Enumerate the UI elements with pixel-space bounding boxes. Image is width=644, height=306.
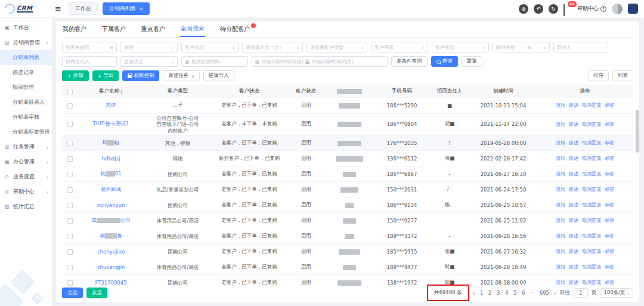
sidebar-item-business-settings[interactable]: ⊙业务设置∨ [0,169,52,184]
date-range-input-start-date-range[interactable]: ▦开始日期时间(开始)至开始日期时间(结束) [252,56,388,67]
row-checkbox[interactable] [67,234,73,239]
new-task-button[interactable]: 新建任务 ∨ [163,70,199,81]
row-action-tag[interactable]: 标签 [605,233,614,239]
refresh-icon[interactable]: ↻ [549,4,558,14]
row-action-follow-up[interactable]: 跟进 [569,218,578,223]
customer-name-link[interactable]: 杰伊 [106,102,116,108]
row-action-unpin[interactable]: 取消置顶 [582,280,601,285]
filter-select-advisor-tag[interactable]: 顾问标签⊕∨ [493,42,550,52]
reset-button[interactable]: 重置 [462,56,482,67]
search-button[interactable]: 查询 [431,56,458,67]
row-action-follow-up[interactable]: 跟进 [569,233,578,239]
row-action-unpin[interactable]: 取消置顶 [582,171,601,177]
row-checkbox[interactable] [67,249,73,255]
help-center-link[interactable]: 帮助中心 ? [577,5,606,13]
row-action-unpin[interactable]: 取消置顶 [582,156,601,161]
filter-select-register-status[interactable]: 注册状态∨ [120,56,178,67]
select-all-checkbox[interactable] [67,89,73,94]
row-action-unpin[interactable]: 取消置顶 [582,187,601,192]
row-action-follow-up[interactable]: 跟进 [569,249,578,254]
row-checkbox[interactable] [67,218,73,224]
row-action-transfer[interactable]: 流转 [556,218,565,223]
customer-name-link[interactable]: 杭州刷城 [101,186,121,192]
row-checkbox[interactable] [67,141,73,146]
filter-select-tag[interactable]: 标签∨ [120,42,178,52]
goto-page-input[interactable]: 1 [574,288,588,298]
multi-condition-button[interactable]: 多条件查询 [391,56,428,67]
row-action-unpin[interactable]: 取消置顶 [582,140,601,146]
customer-name-link[interactable]: 01 [115,171,122,177]
notifications-bell-icon[interactable]: 44 [564,5,572,13]
sort-icon[interactable]: ▲▼ [120,89,123,94]
row-action-follow-up[interactable]: 跟进 [569,187,578,192]
customer-name-link[interactable]: 青 [117,233,122,239]
page-number-5[interactable]: 5 [512,290,518,296]
sort-button[interactable]: 排序 [588,70,609,81]
row-action-transfer[interactable]: 流转 [556,171,565,177]
row-action-tag[interactable]: 标签 [605,264,614,270]
column-header-name[interactable]: 客户名称▲▼ [78,85,144,98]
select-all-button[interactable]: 全选 [62,288,83,298]
tab-my-customers[interactable]: 我的客户 [62,21,87,37]
row-action-unpin[interactable]: 取消置顶 [582,103,601,108]
row-action-transfer[interactable]: 流转 [556,187,565,192]
filter-select-customer-status-2[interactable]: 客户状态∨ [432,42,489,52]
row-action-tag[interactable]: 标签 [605,249,614,254]
user-menu-button[interactable] [628,4,638,14]
permission-button[interactable]: 权限控制 [122,70,159,81]
page-number-4[interactable]: 4 [504,290,510,296]
row-action-follow-up[interactable]: 跟进 [569,140,578,146]
row-action-follow-up[interactable]: 跟进 [569,280,578,285]
sidebar-item-distributor-tag-management[interactable]: 分销商标签管理 [0,125,52,140]
page-number-2[interactable]: 2 [487,290,493,296]
customer-name-link[interactable]: chenyujiao [97,249,125,255]
back-icon[interactable]: ↶ [534,4,543,14]
customer-name-link[interactable]: K [103,140,106,146]
row-action-tag[interactable]: 标签 [605,187,614,192]
row-action-tag[interactable]: 标签 [605,122,614,127]
row-action-transfer[interactable]: 流转 [556,264,565,270]
row-action-unpin[interactable]: 取消置顶 [582,202,601,208]
row-action-follow-up[interactable]: 跟进 [569,171,578,177]
tab-global-search[interactable]: 全局搜索 [180,21,205,37]
customer-name-link[interactable]: chukangjin [97,264,125,270]
sidebar-item-follow-records[interactable]: 跟进记录 [0,65,52,80]
customer-name-link[interactable]: TIUT-接卡测试1 [93,120,129,126]
table-scrollbar[interactable] [636,93,639,290]
filter-select-customer-status[interactable]: 客户状态∨ [181,42,239,52]
filter-select-customer-level[interactable]: 客户等级∨ [371,42,428,52]
close-all-icon[interactable]: ⊗ [519,4,528,14]
filter-input-keyword[interactable]: 搜索关键词⊕ [62,42,117,52]
row-action-tag[interactable]: 标签 [605,171,614,177]
customer-name-link[interactable]: FT31700045 [95,280,126,286]
customer-name-link[interactable]: xuliyanyun [97,202,125,208]
row-checkbox[interactable] [67,156,73,162]
row-action-tag[interactable]: 标签 [605,218,614,223]
add-button[interactable]: + 添加 [62,70,89,81]
sidebar-item-distributor-contacts[interactable]: 分销商联系人 [0,95,52,110]
sidebar-item-task-management[interactable]: ▥任务管理∨ [0,140,52,154]
page-number-3[interactable]: 3 [496,290,501,296]
invert-selection-button[interactable]: 反选 [86,288,107,298]
import-button[interactable]: 提请导入 [203,70,234,81]
row-action-follow-up[interactable]: 跟进 [569,202,578,208]
menu-toggle-icon[interactable]: ≡ [55,4,61,13]
row-action-unpin[interactable]: 取消置顶 [582,122,601,127]
row-action-transfer[interactable]: 流转 [556,233,565,239]
customer-name-link[interactable]: 粗 [114,140,120,146]
row-action-follow-up[interactable]: 跟进 [569,264,578,270]
customer-name-link[interactable]: 杭 [100,171,106,177]
row-action-transfer[interactable]: 流转 [556,280,565,285]
sidebar-item-workbench[interactable]: ▣工作台 [0,20,52,35]
row-action-tag[interactable]: 标签 [605,156,614,161]
export-button[interactable]: ↓ 导出 [92,70,119,81]
filter-input-investment-owner[interactable]: 招商责任人 [62,56,117,67]
row-action-transfer[interactable]: 流转 [556,249,565,254]
customer-name-link[interactable]: 成 [91,217,97,223]
list-button[interactable]: 列表 [612,70,633,81]
row-action-transfer[interactable]: 流转 [556,156,565,161]
row-action-transfer[interactable]: 流转 [556,122,565,127]
sidebar-item-office-management[interactable]: ▦办公管理∨ [0,154,52,169]
row-action-follow-up[interactable]: 跟进 [569,103,578,108]
row-checkbox[interactable] [67,172,73,177]
